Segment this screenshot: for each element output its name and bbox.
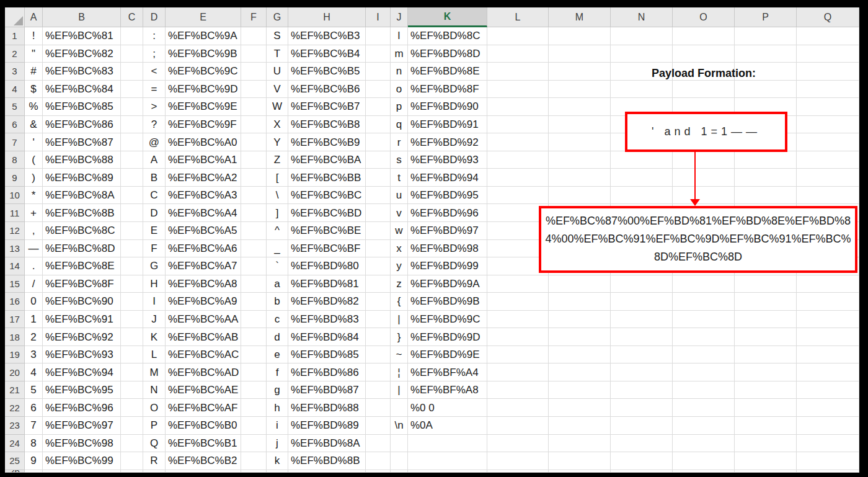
cell-N19[interactable] (611, 346, 673, 364)
cell-P15[interactable] (735, 275, 797, 293)
cell-E26[interactable] (166, 470, 241, 473)
cell-K20[interactable]: %EF%BF%A4 (408, 363, 487, 381)
cell-B15[interactable]: %EF%BC%8F (43, 275, 121, 293)
cell-M10[interactable] (549, 187, 611, 205)
column-header-O[interactable]: O (673, 7, 735, 27)
cell-E1[interactable]: %EF%BC%9A (166, 27, 241, 45)
cell-E5[interactable]: %EF%BC%9E (166, 98, 241, 116)
cell-G5[interactable]: W (267, 98, 288, 116)
cell-C18[interactable] (121, 328, 143, 346)
cell-P4[interactable] (735, 81, 797, 99)
cell-F14[interactable] (241, 257, 267, 275)
cell-C10[interactable] (121, 187, 143, 205)
cell-H11[interactable]: %EF%BC%BD (288, 204, 366, 222)
cell-E16[interactable]: %EF%BC%A9 (166, 293, 241, 311)
cell-J11[interactable]: v (391, 204, 408, 222)
cell-G1[interactable]: S (267, 27, 288, 45)
cell-M21[interactable] (549, 381, 611, 399)
cell-M25[interactable] (549, 452, 611, 470)
cell-B13[interactable]: %EF%BC%8D (43, 240, 121, 258)
cell-Q26[interactable] (797, 470, 859, 473)
cell-J22[interactable] (391, 399, 408, 417)
cell-M15[interactable] (549, 275, 611, 293)
cell-G18[interactable]: d (267, 328, 288, 346)
cell-D21[interactable]: N (143, 381, 166, 399)
cell-F19[interactable] (241, 346, 267, 364)
cell-J26[interactable] (391, 470, 408, 473)
cell-J14[interactable]: y (391, 257, 408, 275)
cell-G12[interactable]: ^ (267, 222, 288, 240)
cell-Q15[interactable] (797, 275, 859, 293)
cell-J16[interactable]: { (391, 293, 408, 311)
cell-L22[interactable] (487, 399, 549, 417)
cell-P1[interactable] (735, 27, 797, 45)
cell-B4[interactable]: %EF%BC%84 (43, 81, 121, 99)
cell-J20[interactable]: ¦ (391, 363, 408, 381)
cell-D26[interactable] (143, 470, 166, 473)
cell-H7[interactable]: %EF%BC%B9 (288, 133, 366, 151)
cell-M19[interactable] (549, 346, 611, 364)
cell-H22[interactable]: %EF%BD%88 (288, 399, 366, 417)
cell-F6[interactable] (241, 116, 267, 134)
column-header-K[interactable]: K (408, 7, 487, 27)
cell-J23[interactable]: \n (391, 417, 408, 435)
cell-Q9[interactable] (797, 169, 859, 187)
cell-M17[interactable] (549, 311, 611, 329)
cell-I21[interactable] (366, 381, 391, 399)
cell-O10[interactable] (673, 187, 735, 205)
cell-O18[interactable] (673, 328, 735, 346)
cell-J4[interactable]: o (391, 81, 408, 99)
cell-E2[interactable]: %EF%BC%9B (166, 45, 241, 63)
cell-K19[interactable]: %EF%BD%9E (408, 346, 487, 364)
cell-E19[interactable]: %EF%BC%AC (166, 346, 241, 364)
cell-B9[interactable]: %EF%BC%89 (43, 169, 121, 187)
cell-P10[interactable] (735, 187, 797, 205)
cell-D3[interactable]: < (143, 63, 166, 81)
cell-G13[interactable]: _ (267, 240, 288, 258)
row-header-15[interactable]: 15 (5, 275, 25, 293)
row-header-2[interactable]: 2 (5, 45, 25, 63)
cell-C22[interactable] (121, 399, 143, 417)
cell-E9[interactable]: %EF%BC%A2 (166, 169, 241, 187)
cell-F18[interactable] (241, 328, 267, 346)
cell-J13[interactable]: x (391, 240, 408, 258)
cell-G8[interactable]: Z (267, 151, 288, 169)
cell-N16[interactable] (611, 293, 673, 311)
cell-N9[interactable] (611, 169, 673, 187)
row-header-24[interactable]: 24 (5, 435, 25, 453)
cell-L15[interactable] (487, 275, 549, 293)
row-header-22[interactable]: 22 (5, 399, 25, 417)
cell-G11[interactable]: ] (267, 204, 288, 222)
cell-K18[interactable]: %EF%BD%9D (408, 328, 487, 346)
cell-G3[interactable]: U (267, 63, 288, 81)
cell-J2[interactable]: m (391, 45, 408, 63)
cell-B14[interactable]: %EF%BC%8E (43, 257, 121, 275)
cell-D1[interactable]: : (143, 27, 166, 45)
cell-C12[interactable] (121, 222, 143, 240)
cell-M1[interactable] (549, 27, 611, 45)
cell-N21[interactable] (611, 381, 673, 399)
cell-G26[interactable] (267, 470, 288, 473)
cell-H10[interactable]: %EF%BC%BC (288, 187, 366, 205)
cell-G25[interactable]: k (267, 452, 288, 470)
cell-C1[interactable] (121, 27, 143, 45)
column-header-C[interactable]: C (121, 7, 143, 27)
cell-O15[interactable] (673, 275, 735, 293)
cell-A3[interactable]: # (25, 63, 43, 81)
cell-N22[interactable] (611, 399, 673, 417)
cell-I5[interactable] (366, 98, 391, 116)
cell-H1[interactable]: %EF%BC%B3 (288, 27, 366, 45)
cell-Q7[interactable] (797, 133, 859, 151)
cell-E8[interactable]: %EF%BC%A1 (166, 151, 241, 169)
cell-E10[interactable]: %EF%BC%A3 (166, 187, 241, 205)
cell-F23[interactable] (241, 417, 267, 435)
cell-F17[interactable] (241, 311, 267, 329)
cell-K15[interactable]: %EF%BD%9A (408, 275, 487, 293)
cell-I23[interactable] (366, 417, 391, 435)
cell-Q6[interactable] (797, 116, 859, 134)
cell-L10[interactable] (487, 187, 549, 205)
cell-A17[interactable]: 1 (25, 311, 43, 329)
cell-H19[interactable]: %EF%BD%85 (288, 346, 366, 364)
cell-A18[interactable]: 2 (25, 328, 43, 346)
cell-K6[interactable]: %EF%BD%91 (408, 116, 487, 134)
